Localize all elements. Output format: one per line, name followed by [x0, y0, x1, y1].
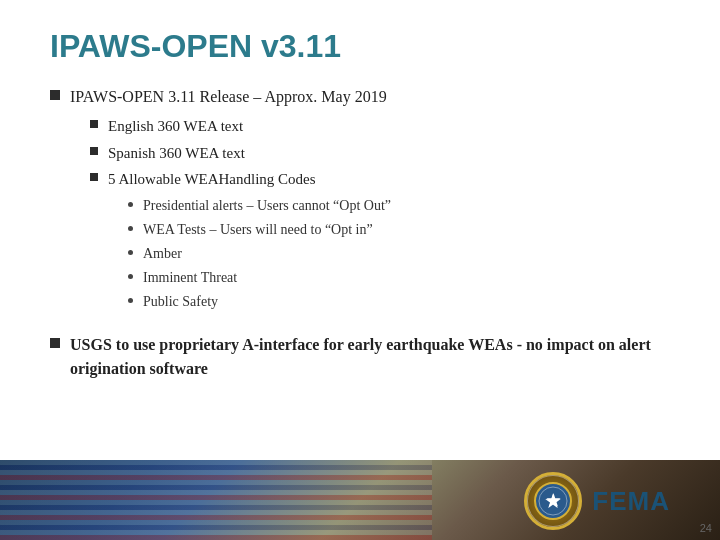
usgs-bullet-text: USGS to use proprietary A-interface for … [70, 333, 670, 381]
main-bullet-text: IPAWS-OPEN 3.11 Release – Approx. May 20… [70, 88, 387, 105]
sub-bullet-text-english: English 360 WEA text [108, 115, 243, 138]
page-number: 24 [700, 522, 712, 534]
sub-bullet-list: English 360 WEA text Spanish 360 WEA tex… [90, 115, 391, 315]
dot-item-wea-tests: WEA Tests – Users will need to “Opt in” [128, 219, 391, 240]
dot-text-wea-tests: WEA Tests – Users will need to “Opt in” [143, 219, 373, 240]
sub-bullet-square-icon-3 [90, 173, 98, 181]
sub-bullet-square-icon [90, 120, 98, 128]
dot-text-imminent: Imminent Threat [143, 267, 237, 288]
main-bullet-list: IPAWS-OPEN 3.11 Release – Approx. May 20… [50, 85, 670, 381]
dot-list: Presidential alerts – Users cannot “Opt … [128, 195, 391, 312]
sub-bullet-item-spanish: Spanish 360 WEA text [90, 142, 391, 165]
fema-label: FEMA [592, 486, 670, 517]
svg-point-1 [539, 487, 567, 515]
footer: ★ FEMA 24 [0, 430, 720, 540]
fema-seal-icon: ★ [524, 472, 582, 530]
sub-bullet-item-codes: 5 Allowable WEAHandling Codes Presidenti… [90, 168, 391, 315]
svg-point-0 [535, 483, 571, 519]
sub-bullet-text-codes: 5 Allowable WEAHandling Codes [108, 171, 316, 187]
dot-item-amber: Amber [128, 243, 391, 264]
fema-seal-svg: ★ [533, 481, 573, 521]
svg-text:★: ★ [546, 492, 561, 509]
dot-text-presidential: Presidential alerts – Users cannot “Opt … [143, 195, 391, 216]
dot-text-amber: Amber [143, 243, 182, 264]
dot-icon-2 [128, 226, 133, 231]
sub-bullet-square-icon-2 [90, 147, 98, 155]
slide-title: IPAWS-OPEN v3.11 [50, 28, 670, 65]
dot-item-public-safety: Public Safety [128, 291, 391, 312]
dot-icon [128, 202, 133, 207]
sub-bullet-item-english: English 360 WEA text [90, 115, 391, 138]
bullet-square-icon [50, 90, 60, 100]
dot-item-imminent: Imminent Threat [128, 267, 391, 288]
content-area: IPAWS-OPEN v3.11 IPAWS-OPEN 3.11 Release… [0, 0, 720, 430]
main-bullet-item: IPAWS-OPEN 3.11 Release – Approx. May 20… [50, 85, 670, 319]
sub-bullet-text-spanish: Spanish 360 WEA text [108, 142, 245, 165]
dot-icon-5 [128, 298, 133, 303]
dot-text-public-safety: Public Safety [143, 291, 218, 312]
footer-logo-area: ★ FEMA [524, 472, 670, 530]
dot-icon-3 [128, 250, 133, 255]
slide: IPAWS-OPEN v3.11 IPAWS-OPEN 3.11 Release… [0, 0, 720, 540]
dot-item-presidential: Presidential alerts – Users cannot “Opt … [128, 195, 391, 216]
dot-icon-4 [128, 274, 133, 279]
usgs-bullet-item: USGS to use proprietary A-interface for … [50, 333, 670, 381]
usgs-bullet-square-icon [50, 338, 60, 348]
